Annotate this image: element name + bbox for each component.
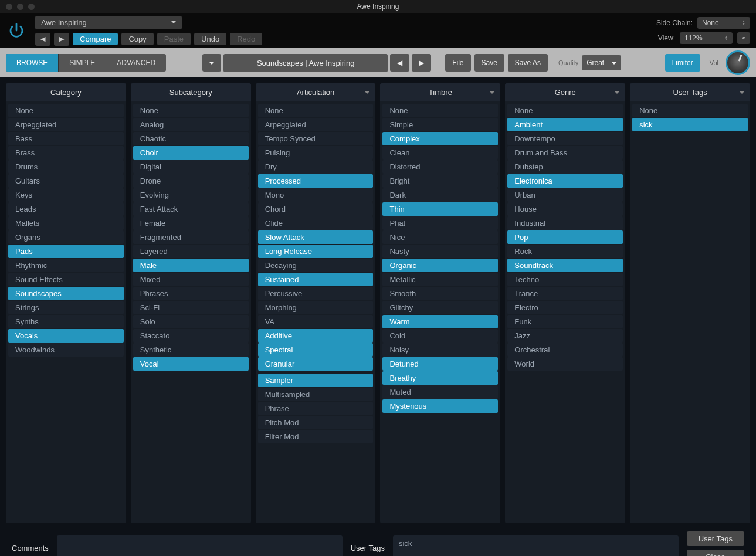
list-item[interactable]: Analog (133, 118, 249, 131)
list-item[interactable]: Digital (133, 160, 249, 174)
list-item[interactable]: Arpeggiated (8, 118, 124, 131)
user-tags-button[interactable]: User Tags (687, 531, 744, 546)
list-item[interactable]: Keys (8, 188, 124, 202)
list-item[interactable]: None (632, 104, 748, 117)
list-item[interactable]: Evolving (133, 188, 249, 202)
list-item[interactable]: Electronica (507, 174, 623, 188)
list-item[interactable]: Percussive (258, 287, 374, 300)
list-item[interactable]: None (133, 104, 249, 117)
list-item[interactable]: Drums (8, 160, 124, 174)
list-item[interactable]: Sci-Fi (133, 301, 249, 314)
list-item[interactable]: Chaotic (133, 132, 249, 145)
list-item[interactable]: Soundscapes (8, 287, 124, 300)
list-item[interactable]: Dubstep (507, 160, 623, 174)
usertags-input[interactable]: sick (393, 535, 679, 556)
list-item[interactable]: Trance (507, 287, 623, 300)
usertags-header[interactable]: User Tags (630, 83, 750, 101)
list-item[interactable]: Rock (507, 245, 623, 258)
list-item[interactable]: sick (632, 118, 748, 131)
quality-select[interactable]: Great (582, 55, 621, 70)
list-item[interactable]: Additive (258, 329, 374, 343)
list-item[interactable]: Muted (382, 385, 498, 399)
minimize-window-button[interactable] (17, 4, 23, 10)
tab-simple[interactable]: SIMPLE (59, 54, 106, 72)
list-item[interactable]: Multisampled (258, 388, 374, 401)
list-item[interactable]: Smooth (382, 287, 498, 300)
list-item[interactable]: Phrases (133, 287, 249, 300)
view-zoom-select[interactable]: 112% ▲▼ (680, 32, 733, 44)
list-item[interactable]: None (258, 104, 374, 117)
compare-button[interactable]: Compare (73, 33, 118, 45)
list-item[interactable]: Synths (8, 315, 124, 328)
list-item[interactable]: Staccato (133, 329, 249, 343)
preset-menu-button[interactable] (202, 54, 221, 72)
list-item[interactable]: VA (258, 315, 374, 328)
timbre-header[interactable]: Timbre (380, 83, 500, 101)
list-item[interactable]: Guitars (8, 174, 124, 188)
list-item[interactable]: Electro (507, 301, 623, 314)
list-item[interactable]: Chord (258, 202, 374, 216)
genre-header[interactable]: Genre (505, 83, 625, 101)
close-window-button[interactable] (6, 4, 12, 10)
list-item[interactable]: Soundtrack (507, 259, 623, 272)
list-item[interactable]: Mono (258, 188, 374, 202)
list-item[interactable]: Pulsing (258, 146, 374, 160)
next-preset-toolbar-button[interactable]: ▶ (412, 54, 431, 72)
list-item[interactable]: Spectral (258, 343, 374, 357)
list-item[interactable]: Cold (382, 329, 498, 343)
list-item[interactable]: Jazz (507, 329, 623, 343)
list-item[interactable]: Pitch Mod (258, 416, 374, 429)
list-item[interactable]: Filter Mod (258, 430, 374, 443)
list-item[interactable]: World (507, 357, 623, 371)
zoom-window-button[interactable] (28, 4, 35, 10)
list-item[interactable]: Drone (133, 174, 249, 188)
list-item[interactable]: Mysterious (382, 399, 498, 413)
side-chain-select[interactable]: None ▲▼ (697, 17, 750, 29)
list-item[interactable]: Morphing (258, 301, 374, 314)
list-item[interactable]: Phrase (258, 402, 374, 415)
list-item[interactable]: Thin (382, 202, 498, 216)
list-item[interactable]: Complex (382, 132, 498, 145)
list-item[interactable]: Choir (133, 146, 249, 160)
list-item[interactable]: Orchestral (507, 343, 623, 357)
tab-browse[interactable]: BROWSE (6, 54, 59, 72)
preset-dropdown[interactable]: Awe Inspiring (35, 16, 182, 29)
list-item[interactable]: Fast Attack (133, 202, 249, 216)
list-item[interactable]: None (382, 104, 498, 117)
list-item[interactable]: Synthetic (133, 343, 249, 357)
power-icon[interactable] (6, 20, 27, 41)
copy-button[interactable]: Copy (121, 33, 153, 45)
list-item[interactable]: Downtempo (507, 132, 623, 145)
list-item[interactable]: Fragmented (133, 230, 249, 244)
list-item[interactable]: Metallic (382, 273, 498, 286)
list-item[interactable]: Glitchy (382, 301, 498, 314)
list-item[interactable]: Processed (258, 174, 374, 188)
list-item[interactable]: Nasty (382, 245, 498, 258)
redo-button[interactable]: Redo (230, 33, 262, 45)
list-item[interactable]: Female (133, 216, 249, 230)
list-item[interactable]: Vocals (8, 329, 124, 343)
list-item[interactable]: Clean (382, 146, 498, 160)
list-item[interactable]: Arpeggiated (258, 118, 374, 131)
list-item[interactable]: Layered (133, 245, 249, 258)
save-button[interactable]: Save (474, 54, 504, 72)
undo-button[interactable]: Undo (194, 33, 226, 45)
list-item[interactable]: Phat (382, 216, 498, 230)
list-item[interactable]: Industrial (507, 216, 623, 230)
list-item[interactable]: None (507, 104, 623, 117)
next-preset-button[interactable]: ▶ (54, 33, 69, 46)
list-item[interactable]: Ambient (507, 118, 623, 131)
file-button[interactable]: File (445, 54, 470, 72)
close-button[interactable]: Close (687, 550, 744, 556)
list-item[interactable]: Vocal (133, 357, 249, 371)
list-item[interactable]: None (8, 104, 124, 117)
list-item[interactable]: Long Release (258, 245, 374, 258)
limiter-button[interactable]: Limiter (665, 54, 700, 72)
prev-preset-button[interactable]: ◀ (35, 33, 50, 46)
tab-advanced[interactable]: ADVANCED (106, 54, 166, 72)
volume-knob[interactable] (726, 50, 750, 75)
list-item[interactable]: Funk (507, 315, 623, 328)
list-item[interactable]: Male (133, 259, 249, 272)
list-item[interactable]: Drum and Bass (507, 146, 623, 160)
list-item[interactable]: Brass (8, 146, 124, 160)
